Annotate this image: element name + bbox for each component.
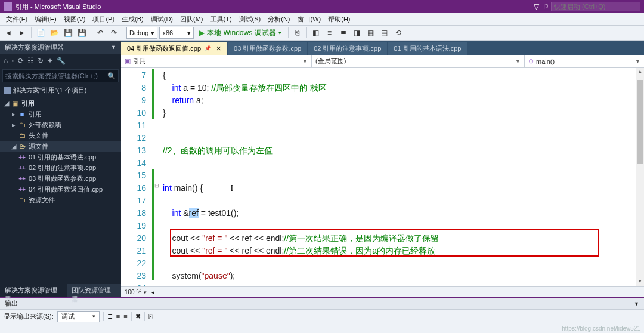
tab-solution-explorer[interactable]: 解决方案资源管理器 [0, 284, 67, 297]
undo-icon[interactable]: ↶ [94, 27, 106, 39]
code-text[interactable]: { int a = 10; //局部变量存放在四区中的 栈区 return a;… [160, 68, 644, 286]
scroll-thumb[interactable] [637, 80, 643, 164]
menu-analyze[interactable]: 分析(N) [264, 15, 293, 24]
file-item[interactable]: ++04 引用做函数返回值.cpp [0, 184, 121, 195]
menu-project[interactable]: 项目(P) [89, 15, 118, 24]
props-icon[interactable]: ✦ [47, 57, 53, 65]
vs-logo-icon [4, 2, 12, 11]
project-node[interactable]: ◢▣引用 [0, 98, 121, 109]
menu-debug[interactable]: 调试(D) [147, 15, 177, 24]
output-dropdown-icon[interactable]: ▼ [634, 301, 639, 307]
nav-function[interactable]: ⊕main()▼ [525, 55, 644, 67]
fold-icon[interactable]: ⊟ [154, 183, 159, 189]
tb-icon-4[interactable]: ≣ [338, 27, 349, 39]
home-icon[interactable]: ⌂ [4, 57, 8, 65]
solution-node[interactable]: 解决方案"引用"(1 个项目) [0, 84, 121, 97]
out-icon-3[interactable]: ≡ [123, 313, 127, 320]
watermark: https://blog.csdn.net/lidew521 [562, 325, 640, 332]
scroll-up-icon[interactable]: ▴ [636, 68, 644, 76]
editor-tabs: 04 引用做函数返回值.cpp📌✕ 03 引用做函数参数.cpp 02 引用的注… [121, 41, 644, 55]
tb-icon-7[interactable]: ▤ [379, 27, 391, 39]
references-node[interactable]: ▸■引用 [0, 109, 121, 119]
window-title: 引用 - Microsoft Visual Studio [16, 2, 101, 11]
redo-icon[interactable]: ↷ [108, 27, 120, 39]
tb-icon-2[interactable]: ◧ [310, 27, 322, 39]
save-icon[interactable]: 💾 [62, 27, 74, 39]
menu-build[interactable]: 生成(B) [118, 15, 147, 24]
menu-edit[interactable]: 编辑(E) [31, 15, 60, 24]
editor: 04 引用做函数返回值.cpp📌✕ 03 引用做函数参数.cpp 02 引用的注… [121, 41, 644, 297]
quick-launch-input[interactable] [551, 2, 640, 11]
sources-node[interactable]: ◢🗁源文件 [0, 141, 121, 152]
menu-team[interactable]: 团队(M) [177, 15, 207, 24]
file-item[interactable]: ++01 引用的基本语法.cpp [0, 152, 121, 162]
tb-icon-6[interactable]: ▦ [365, 27, 377, 39]
tab-team-explorer[interactable]: 团队资源管理器 [67, 284, 121, 297]
tab[interactable]: 01 引用的基本语法.cpp [388, 42, 467, 55]
nav-project[interactable]: ▣引用▼ [121, 55, 312, 67]
menu-tools[interactable]: 工具(T) [207, 15, 236, 24]
panel-title: 解决方案资源管理器▼ [0, 41, 121, 54]
tab[interactable]: 02 引用的注意事项.cpp [308, 42, 387, 55]
nav-scope[interactable]: (全局范围)▼ [312, 55, 525, 67]
zoom-bar: 100 % ▾ ◂ [121, 286, 644, 297]
nav-fwd-icon[interactable]: ► [16, 27, 28, 39]
search-input[interactable]: 搜索解决方案资源管理器(Ctrl+;)🔍 [2, 69, 119, 82]
refresh-icon[interactable]: ↻ [38, 57, 44, 65]
code-navbar: ▣引用▼ (全局范围)▼ ⊕main()▼ [121, 55, 644, 68]
tree: ◢▣引用 ▸■引用 ▸🗀外部依赖项 🗀头文件 ◢🗁源文件 ++01 引用的基本语… [0, 97, 121, 206]
change-marker: ⊟ [151, 68, 160, 286]
out-icon-1[interactable]: ≣ [107, 313, 113, 320]
config-combo[interactable]: Debug▾ [126, 27, 157, 39]
tab[interactable]: 03 引用做函数参数.cpp [228, 42, 307, 55]
file-item[interactable]: ++03 引用做函数参数.cpp [0, 173, 121, 184]
line-gutter: 789101112131415161718192021222324 [121, 68, 151, 286]
tool-icon[interactable]: 🔧 [57, 57, 66, 65]
output-panel: 输出 ▼ 显示输出来源(S): 调试▾ ≣ ≡ ≡ ✖ ⎘ [0, 297, 644, 333]
tab-active[interactable]: 04 引用做函数返回值.cpp📌✕ [121, 42, 227, 55]
external-deps-node[interactable]: ▸🗀外部依赖项 [0, 119, 121, 130]
file-item[interactable]: ++02 引用的注意事项.cpp [0, 162, 121, 173]
menu-test[interactable]: 测试(S) [236, 15, 265, 24]
titlebar: 引用 - Microsoft Visual Studio ▽ ⚐ [0, 0, 644, 13]
tb-icon-5[interactable]: ◨ [351, 27, 363, 39]
sync-icon[interactable]: ⟳ [18, 57, 24, 65]
menu-file[interactable]: 文件(F) [2, 15, 31, 24]
collapse-icon[interactable]: ◦ [11, 57, 14, 65]
menubar: 文件(F) 编辑(E) 视图(V) 项目(P) 生成(B) 调试(D) 团队(M… [0, 13, 644, 25]
show-icon[interactable]: ☷ [27, 57, 34, 65]
notify-icon[interactable]: ▽ [534, 2, 539, 11]
tb-icon-3[interactable]: ≡ [324, 27, 336, 39]
output-title: 输出 ▼ [0, 298, 644, 310]
scroll-down-icon[interactable]: ▾ [636, 278, 644, 286]
out-icon-4[interactable]: ✖ [135, 313, 141, 320]
save-all-icon[interactable]: 💾 [76, 27, 88, 39]
output-src-label: 显示输出来源(S): [4, 312, 54, 321]
pin-icon[interactable]: 📌 [205, 45, 211, 51]
tb-icon-8[interactable]: ⟲ [392, 27, 404, 39]
output-src-combo[interactable]: 调试▾ [57, 311, 100, 322]
close-icon[interactable]: ✕ [216, 45, 221, 53]
out-icon-5[interactable]: ⎘ [148, 313, 153, 320]
search-icon: 🔍 [107, 72, 116, 80]
menu-help[interactable]: 帮助(H) [324, 15, 354, 24]
nav-back-icon[interactable]: ◄ [2, 27, 14, 39]
zoom-handle-icon[interactable]: ◂ [151, 289, 154, 295]
zoom-level[interactable]: 100 % [125, 289, 141, 295]
new-file-icon[interactable]: 📄 [35, 27, 47, 39]
out-icon-2[interactable]: ≡ [116, 313, 120, 320]
run-button[interactable]: ▶本地 Windows 调试器▾ [196, 27, 284, 39]
open-file-icon[interactable]: 📂 [48, 27, 60, 39]
tb-icon-1[interactable]: ⎘ [292, 27, 304, 39]
platform-combo[interactable]: x86▾ [159, 27, 194, 39]
menu-view[interactable]: 视图(V) [60, 15, 89, 24]
resources-node[interactable]: 🗀资源文件 [0, 195, 121, 205]
headers-node[interactable]: 🗀头文件 [0, 130, 121, 141]
zoom-dropdown-icon[interactable]: ▾ [144, 289, 147, 295]
panel-toolbar: ⌂ ◦ ⟳ ☷ ↻ ✦ 🔧 [0, 54, 121, 68]
vertical-scrollbar[interactable]: ▴ ▾ [636, 68, 644, 286]
flag-icon[interactable]: ⚐ [543, 2, 549, 11]
code-area[interactable]: 789101112131415161718192021222324 ⊟ { in… [121, 68, 644, 286]
menu-window[interactable]: 窗口(W) [294, 15, 325, 24]
panel-dropdown-icon[interactable]: ▼ [111, 44, 116, 50]
